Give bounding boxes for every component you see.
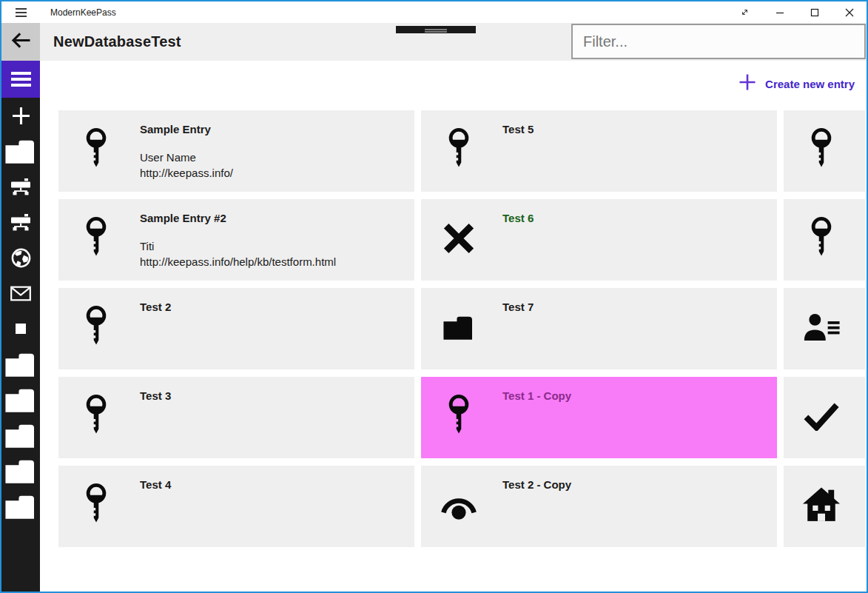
key-icon bbox=[84, 306, 109, 352]
maximize-button[interactable] bbox=[797, 1, 832, 23]
entry-card[interactable]: Sample EntryUser Namehttp://keepass.info… bbox=[58, 110, 414, 192]
entry-subtitle: User Namehttp://keepass.info/ bbox=[140, 150, 407, 181]
minimize-button[interactable] bbox=[762, 1, 797, 23]
entry-title: Test 2 - Copy bbox=[502, 478, 770, 492]
key-icon bbox=[809, 217, 834, 263]
page-title: NewDatabaseTest bbox=[53, 33, 181, 50]
entry-title: Test 3 bbox=[140, 389, 407, 403]
close-icon bbox=[845, 8, 854, 17]
folder-icon bbox=[4, 422, 37, 449]
sidebar-item-9[interactable] bbox=[1, 418, 40, 453]
key-icon bbox=[84, 395, 109, 440]
sidebar-item-6[interactable] bbox=[1, 311, 40, 346]
close-button[interactable] bbox=[832, 1, 867, 23]
entry-card[interactable]: Test 2 - Copy bbox=[421, 466, 777, 547]
sidebar-item-10[interactable] bbox=[1, 453, 40, 489]
folder-icon bbox=[4, 138, 37, 164]
minimize-icon bbox=[776, 8, 784, 17]
sidebar-menu-button[interactable] bbox=[1, 61, 40, 98]
hamburger-icon bbox=[11, 72, 31, 87]
folder-icon bbox=[443, 314, 475, 344]
page-header: NewDatabaseTest bbox=[1, 23, 867, 61]
create-new-entry-label: Create new entry bbox=[765, 78, 855, 90]
entry-card[interactable]: Test 3 bbox=[58, 377, 414, 458]
entry-card[interactable] bbox=[784, 199, 865, 281]
entry-title: Test 7 bbox=[502, 300, 770, 314]
title-bar: ModernKeePass bbox=[1, 1, 867, 23]
maximize-icon bbox=[810, 8, 819, 17]
folder-icon bbox=[4, 386, 37, 413]
entry-title: Sample Entry bbox=[140, 122, 407, 136]
check-icon bbox=[803, 401, 840, 434]
plus-icon bbox=[12, 107, 30, 125]
key-icon bbox=[84, 217, 109, 263]
entry-card[interactable]: Test 4 bbox=[58, 466, 414, 547]
folder-icon bbox=[4, 493, 37, 520]
entry-card[interactable] bbox=[784, 110, 865, 192]
hamburger-icon bbox=[16, 8, 27, 17]
key-icon bbox=[84, 128, 109, 174]
key-icon bbox=[84, 483, 109, 529]
sidebar bbox=[1, 61, 40, 592]
entry-title: Test 6 bbox=[502, 211, 770, 225]
drive-network-icon bbox=[10, 178, 31, 195]
entry-title: Test 2 bbox=[140, 300, 407, 314]
diag-arrow-icon bbox=[740, 7, 750, 17]
sidebar-item-8[interactable] bbox=[1, 382, 40, 418]
globe-icon bbox=[11, 248, 31, 268]
plus-icon bbox=[739, 73, 756, 94]
square-icon bbox=[16, 324, 26, 334]
key-icon bbox=[809, 128, 834, 174]
mail-icon bbox=[10, 286, 31, 301]
folder-icon bbox=[4, 351, 37, 378]
sidebar-item-0[interactable] bbox=[1, 98, 40, 133]
back-arrow-icon bbox=[10, 30, 32, 53]
entry-card[interactable]: Test 6 bbox=[421, 199, 777, 281]
entry-card[interactable] bbox=[784, 377, 865, 458]
sidebar-item-4[interactable] bbox=[1, 240, 40, 275]
sidebar-item-3[interactable] bbox=[1, 204, 40, 240]
main-content: Create new entry Sample EntryUser Nameht… bbox=[40, 61, 865, 590]
sidebar-item-1[interactable] bbox=[1, 133, 40, 169]
folder-icon bbox=[4, 458, 37, 484]
entry-card[interactable]: Test 7 bbox=[421, 288, 777, 369]
titlebar-menu-button[interactable] bbox=[1, 1, 40, 23]
create-new-entry-button[interactable]: Create new entry bbox=[739, 73, 855, 94]
contact-icon bbox=[802, 313, 841, 344]
key-icon bbox=[446, 395, 471, 440]
drive-network-icon bbox=[10, 214, 31, 231]
back-button[interactable] bbox=[1, 23, 40, 61]
entry-card[interactable]: Test 2 bbox=[58, 288, 414, 369]
entry-card[interactable] bbox=[784, 466, 865, 547]
drag-handle-overlay bbox=[396, 26, 476, 33]
sidebar-item-7[interactable] bbox=[1, 346, 40, 382]
home-icon bbox=[803, 487, 840, 526]
fullscreen-button[interactable] bbox=[727, 1, 762, 23]
entry-card[interactable]: Test 5 bbox=[421, 110, 777, 192]
entry-title: Sample Entry #2 bbox=[140, 211, 407, 225]
app-window: ModernKeePass bbox=[0, 0, 868, 593]
entry-title: Test 1 - Copy bbox=[502, 389, 770, 403]
entry-card[interactable]: Sample Entry #2Titihttp://keepass.info/h… bbox=[58, 199, 414, 281]
entry-title: Test 4 bbox=[140, 478, 407, 492]
entry-title: Test 5 bbox=[502, 122, 770, 136]
key-icon bbox=[446, 128, 471, 174]
sidebar-item-11[interactable] bbox=[1, 489, 40, 524]
sidebar-item-5[interactable] bbox=[1, 275, 40, 311]
entry-card[interactable] bbox=[784, 288, 865, 369]
cross-icon bbox=[442, 221, 476, 258]
sidebar-item-2[interactable] bbox=[1, 169, 40, 204]
entry-subtitle: Titihttp://keepass.info/help/kb/testform… bbox=[140, 238, 407, 269]
eye-icon bbox=[440, 489, 477, 523]
entry-card[interactable]: Test 1 - Copy bbox=[421, 377, 777, 458]
filter-input[interactable] bbox=[571, 24, 866, 59]
app-title: ModernKeePass bbox=[50, 7, 116, 18]
window-controls bbox=[727, 1, 867, 23]
entries-grid: Sample EntryUser Namehttp://keepass.info… bbox=[58, 110, 865, 547]
